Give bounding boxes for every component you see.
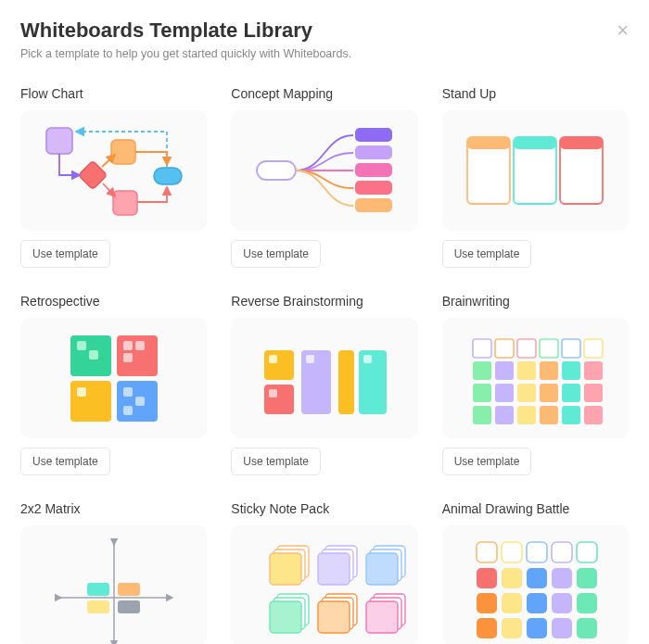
svg-rect-10 [355,198,392,212]
svg-rect-96 [577,568,597,588]
svg-rect-104 [527,618,547,638]
svg-rect-91 [577,542,597,562]
svg-rect-95 [552,568,572,588]
svg-rect-0 [46,128,72,154]
template-title: Sticky Note Pack [231,501,417,516]
svg-rect-68 [118,600,140,613]
template-preview [231,525,417,644]
svg-rect-12 [467,137,510,149]
svg-rect-24 [70,381,111,422]
template-preview [231,110,417,231]
svg-rect-106 [577,618,597,638]
template-grid: Flow Chart [20,86,629,644]
svg-rect-31 [269,355,277,363]
template-card-concept-mapping[interactable]: Concept Mapping Use template [231,86,417,268]
close-icon[interactable]: × [617,19,629,41]
svg-rect-74 [318,553,350,585]
svg-rect-41 [517,339,536,358]
svg-rect-22 [135,341,145,350]
header: Whiteboards Template Library Pick a temp… [20,19,629,60]
svg-rect-80 [270,601,301,633]
svg-rect-7 [355,145,392,159]
svg-rect-1 [111,140,135,164]
retrospective-icon [26,322,202,434]
template-preview [231,318,417,438]
svg-rect-67 [87,600,109,613]
svg-rect-47 [517,361,536,380]
svg-rect-88 [502,542,522,562]
svg-rect-100 [552,593,572,613]
svg-rect-59 [517,406,536,424]
template-preview [20,525,207,644]
template-card-stand-up[interactable]: Stand Up Use template [442,86,629,268]
template-title: 2x2 Matrix [20,501,207,516]
template-card-reverse-brainstorming[interactable]: Reverse Brainstorming Use template [231,294,417,475]
use-template-button[interactable]: Use template [20,240,110,268]
svg-rect-49 [562,361,580,380]
svg-rect-46 [495,361,514,380]
svg-rect-44 [584,339,603,358]
svg-rect-28 [135,397,145,406]
brainwriting-grid-icon [447,322,623,434]
page-title: Whiteboards Template Library [20,19,351,43]
svg-rect-71 [270,553,301,585]
svg-rect-52 [495,384,514,402]
svg-rect-8 [355,163,392,177]
svg-rect-102 [477,618,497,638]
template-card-retrospective[interactable]: Retrospective Use t [20,294,207,475]
svg-rect-48 [540,361,558,380]
template-title: Concept Mapping [231,86,417,101]
svg-rect-25 [77,387,86,397]
svg-rect-97 [477,593,497,613]
standup-columns-icon [447,115,623,226]
svg-rect-18 [77,341,86,350]
svg-rect-93 [502,568,522,588]
svg-rect-61 [562,406,580,424]
template-title: Brainwriting [442,294,629,309]
svg-rect-105 [552,618,572,638]
svg-rect-9 [355,181,392,195]
svg-rect-89 [527,542,547,562]
template-preview [20,110,207,231]
use-template-button[interactable]: Use template [231,448,321,475]
template-preview [442,525,629,644]
svg-rect-103 [502,618,522,638]
svg-rect-87 [477,542,497,562]
svg-rect-56 [584,384,603,402]
svg-rect-21 [123,341,133,350]
flow-chart-icon [26,115,202,226]
svg-rect-101 [577,593,597,613]
use-template-button[interactable]: Use template [442,448,532,475]
svg-rect-53 [517,384,536,402]
svg-rect-57 [473,406,491,424]
use-template-button[interactable]: Use template [442,240,532,268]
page-subtitle: Pick a template to help you get started … [20,47,351,60]
template-card-animal-drawing-battle[interactable]: Animal Drawing Battle [442,501,629,644]
svg-rect-6 [355,128,392,142]
use-template-button[interactable]: Use template [20,448,110,475]
use-template-button[interactable]: Use template [231,240,321,268]
template-preview [442,110,629,231]
template-title: Flow Chart [20,86,207,101]
template-preview [442,318,629,438]
svg-rect-65 [87,583,109,596]
svg-rect-50 [584,361,603,380]
svg-rect-2 [113,191,137,215]
template-card-brainwriting[interactable]: Brainwriting [442,294,629,475]
svg-rect-43 [562,339,580,358]
template-title: Animal Drawing Battle [442,501,629,516]
matrix-axes-icon [26,525,202,644]
svg-rect-36 [338,350,354,414]
svg-rect-38 [363,355,372,363]
svg-rect-34 [301,350,331,414]
template-card-sticky-note-pack[interactable]: Sticky Note Pack [231,501,417,644]
svg-rect-77 [366,553,398,585]
svg-rect-16 [560,137,603,149]
svg-rect-51 [473,384,491,402]
svg-rect-29 [123,406,133,415]
svg-rect-54 [540,384,558,402]
template-card-2x2-matrix[interactable]: 2x2 Matrix [20,501,207,644]
template-card-flow-chart[interactable]: Flow Chart [20,86,207,268]
svg-rect-42 [540,339,558,358]
template-title: Stand Up [442,86,629,101]
